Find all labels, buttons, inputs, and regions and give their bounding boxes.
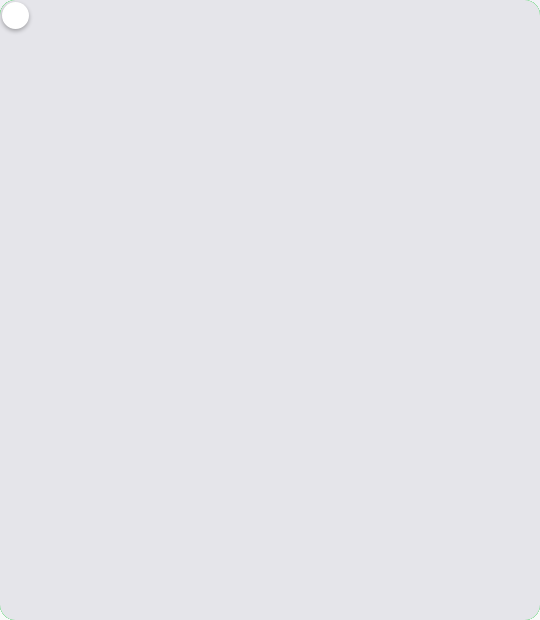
option-defaults: Also save these as defaults for new call…: [24, 429, 516, 462]
